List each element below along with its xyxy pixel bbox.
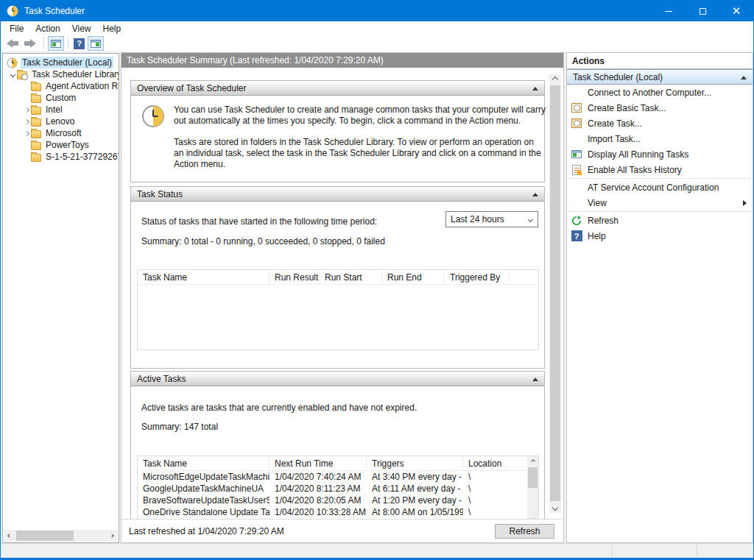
refresh-button[interactable]: Refresh <box>495 524 554 539</box>
scroll-up-arrow[interactable] <box>549 74 561 85</box>
table-row[interactable]: OneDrive Standalone Update Task-... 1/04… <box>138 506 527 518</box>
table-row[interactable]: GoogleUpdateTaskMachineUA 1/04/2020 8:11… <box>138 483 527 495</box>
tree-item-label[interactable]: PowerToys <box>44 139 91 151</box>
show-action-pane-button[interactable] <box>88 36 104 51</box>
column-header[interactable]: Task Name <box>138 270 269 284</box>
active-tasks-section-header[interactable]: Active Tasks <box>131 372 544 386</box>
toolbar-separator <box>43 38 44 49</box>
forward-button[interactable] <box>23 38 38 49</box>
tree-item-agent-activation[interactable]: Agent Activation Runt <box>3 80 119 92</box>
create-task-icon <box>571 118 582 128</box>
scrollbar-thumb[interactable] <box>528 467 538 488</box>
task-status-section-header[interactable]: Task Status <box>131 187 544 202</box>
action-label: Refresh <box>588 216 619 226</box>
action-create-basic-task[interactable]: Create Basic Task... <box>567 100 753 116</box>
menu-view[interactable]: View <box>66 22 97 35</box>
actions-section-header[interactable]: Task Scheduler (Local) <box>567 69 753 85</box>
menu-file[interactable]: File <box>4 22 29 35</box>
scroll-up-arrow[interactable] <box>527 456 538 467</box>
column-header[interactable]: Task Name <box>138 456 269 470</box>
time-period-dropdown[interactable]: Last 24 hours <box>445 211 538 227</box>
scroll-down-arrow[interactable] <box>549 502 561 513</box>
table-row[interactable]: BraveSoftwareUpdateTaskUserS-1-... 1/04/… <box>138 495 527 506</box>
chevron-right-icon <box>24 107 29 112</box>
folder-icon <box>31 95 41 103</box>
scrollbar-thumb[interactable] <box>550 85 560 501</box>
tree-item-label[interactable]: S-1-5-21-3772926790- <box>44 151 119 163</box>
overview-paragraph-2: Tasks are stored in folders in the Task … <box>174 137 546 170</box>
column-header[interactable]: Triggers <box>367 456 463 470</box>
collapse-icon[interactable] <box>741 76 747 79</box>
collapse-icon[interactable] <box>532 87 538 91</box>
minimize-button[interactable] <box>652 1 686 21</box>
help-toolbar-button[interactable]: ? <box>74 38 85 49</box>
column-header[interactable]: Next Run Time <box>269 456 367 470</box>
column-header[interactable]: Run Result <box>269 270 320 284</box>
maximize-button[interactable] <box>686 1 719 21</box>
column-header[interactable]: Run End <box>382 270 445 284</box>
tree-item-custom[interactable]: Custom <box>3 92 119 104</box>
back-button[interactable] <box>5 38 20 49</box>
action-at-service-account-configuration[interactable]: AT Service Account Configuration <box>567 180 753 195</box>
column-header[interactable]: Triggered By <box>445 270 510 284</box>
tree-item-label[interactable]: Task Scheduler (Local) <box>21 57 113 68</box>
task-name-cell: MicrosoftEdgeUpdateTaskMachine... <box>138 472 269 482</box>
time-period-value: Last 24 hours <box>451 214 504 224</box>
scroll-right-arrow[interactable] <box>106 530 118 542</box>
expand-collapse-toggle[interactable] <box>22 108 31 112</box>
action-label: Display All Running Tasks <box>588 149 688 160</box>
menu-help[interactable]: Help <box>97 22 127 35</box>
location-cell: \ <box>463 507 527 517</box>
expand-collapse-toggle[interactable] <box>8 73 17 77</box>
action-enable-all-tasks-history[interactable]: Enable All Tasks History <box>567 162 753 177</box>
column-header[interactable]: Location <box>463 456 527 470</box>
table-vertical-scrollbar[interactable] <box>527 456 538 519</box>
collapse-icon[interactable] <box>532 378 538 381</box>
tree-item-label[interactable]: Custom <box>44 92 77 104</box>
scroll-down-arrow[interactable] <box>527 514 538 519</box>
tree-item-label[interactable]: Intel <box>44 104 64 116</box>
tree-item-lenovo[interactable]: Lenovo <box>3 116 119 127</box>
show-console-tree-button[interactable] <box>48 36 64 51</box>
action-connect-to-another-computer[interactable]: Connect to Another Computer... <box>567 85 753 100</box>
tree-item-task-scheduler-local[interactable]: Task Scheduler (Local) <box>3 57 119 68</box>
menu-action[interactable]: Action <box>29 22 66 35</box>
action-create-task[interactable]: Create Task... <box>567 116 753 131</box>
tree-item-powertoys[interactable]: PowerToys <box>3 139 119 151</box>
tree-item-label[interactable]: Task Scheduler Library <box>30 68 119 80</box>
tree-item-intel[interactable]: Intel <box>3 104 119 116</box>
folder-icon <box>31 118 41 127</box>
scroll-left-arrow[interactable] <box>4 530 15 542</box>
summary-vertical-scrollbar[interactable] <box>549 74 561 513</box>
submenu-arrow-icon <box>743 200 747 206</box>
action-view[interactable]: View <box>567 195 753 210</box>
action-import-task[interactable]: Import Task... <box>567 131 753 146</box>
next-run-time-cell: 1/04/2020 8:11:23 AM <box>269 483 367 494</box>
tree-item-label[interactable]: Microsoft <box>44 127 83 139</box>
scrollbar-thumb[interactable] <box>16 531 74 541</box>
time-period-label: Status of tasks that have started in the… <box>141 216 377 227</box>
close-button[interactable]: ✕ <box>719 1 753 21</box>
table-row[interactable]: MicrosoftEdgeUpdateTaskMachine... 1/04/2… <box>138 471 527 483</box>
tree-horizontal-scrollbar[interactable] <box>4 530 118 542</box>
expand-collapse-toggle[interactable] <box>22 120 31 124</box>
tree-item-label[interactable]: Agent Activation Runt <box>44 80 119 92</box>
window-title: Task Scheduler <box>24 6 85 16</box>
action-display-all-running-tasks[interactable]: Display All Running Tasks <box>567 146 753 162</box>
column-header[interactable]: Run Start <box>320 270 382 284</box>
tree-item-sid-folder[interactable]: S-1-5-21-3772926790- <box>3 151 119 163</box>
tree-item-task-scheduler-library[interactable]: Task Scheduler Library <box>3 68 119 80</box>
expand-collapse-toggle[interactable] <box>22 132 31 135</box>
task-status-table: Task Name Run Result Run Start Run End T… <box>137 269 539 350</box>
collapse-icon[interactable] <box>532 193 538 196</box>
next-run-time-cell: 1/04/2020 7:40:24 AM <box>269 472 367 482</box>
tree-item-microsoft[interactable]: Microsoft <box>3 127 119 139</box>
action-help[interactable]: ? Help <box>567 228 753 244</box>
overview-section-header[interactable]: Overview of Task Scheduler <box>131 81 544 96</box>
task-name-cell: BraveSoftwareUpdateTaskUserS-1-... <box>138 495 269 506</box>
action-refresh[interactable]: Refresh <box>567 213 753 228</box>
tree-item-label[interactable]: Lenovo <box>44 116 76 127</box>
actions-separator <box>568 211 751 212</box>
titlebar[interactable]: Task Scheduler ✕ <box>1 1 753 21</box>
minimize-icon <box>665 11 672 12</box>
